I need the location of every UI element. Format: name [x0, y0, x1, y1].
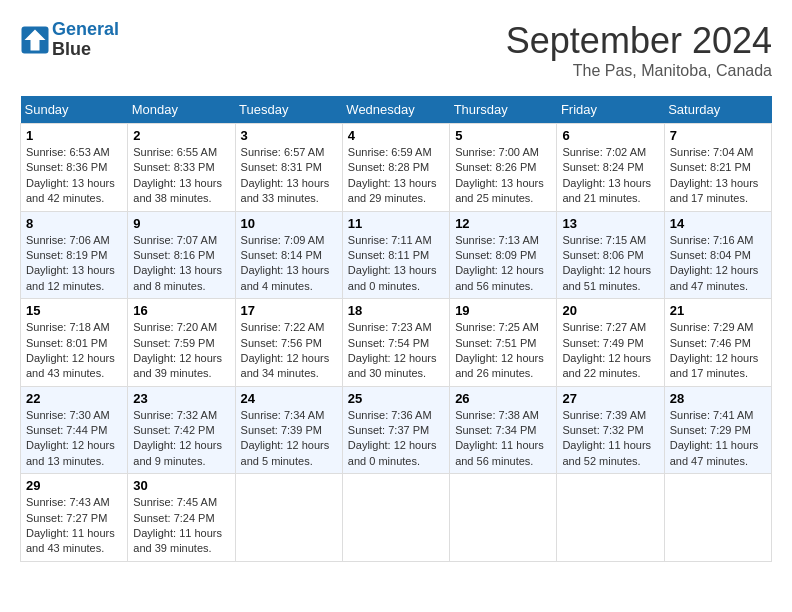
- calendar-cell: 20 Sunrise: 7:27 AMSunset: 7:49 PMDaylig…: [557, 299, 664, 387]
- calendar-cell: 12 Sunrise: 7:13 AMSunset: 8:09 PMDaylig…: [450, 211, 557, 299]
- calendar-cell: 27 Sunrise: 7:39 AMSunset: 7:32 PMDaylig…: [557, 386, 664, 474]
- calendar-cell: 5 Sunrise: 7:00 AMSunset: 8:26 PMDayligh…: [450, 124, 557, 212]
- cell-content: Sunrise: 7:04 AMSunset: 8:21 PMDaylight:…: [670, 146, 759, 204]
- cell-content: Sunrise: 7:45 AMSunset: 7:24 PMDaylight:…: [133, 496, 222, 554]
- calendar-cell: 8 Sunrise: 7:06 AMSunset: 8:19 PMDayligh…: [21, 211, 128, 299]
- header-sunday: Sunday: [21, 96, 128, 124]
- day-number: 16: [133, 303, 229, 318]
- calendar-cell: 18 Sunrise: 7:23 AMSunset: 7:54 PMDaylig…: [342, 299, 449, 387]
- cell-content: Sunrise: 7:18 AMSunset: 8:01 PMDaylight:…: [26, 321, 115, 379]
- cell-content: Sunrise: 7:38 AMSunset: 7:34 PMDaylight:…: [455, 409, 544, 467]
- cell-content: Sunrise: 7:34 AMSunset: 7:39 PMDaylight:…: [241, 409, 330, 467]
- calendar-cell: 19 Sunrise: 7:25 AMSunset: 7:51 PMDaylig…: [450, 299, 557, 387]
- cell-content: Sunrise: 7:36 AMSunset: 7:37 PMDaylight:…: [348, 409, 437, 467]
- cell-content: Sunrise: 7:13 AMSunset: 8:09 PMDaylight:…: [455, 234, 544, 292]
- day-number: 20: [562, 303, 658, 318]
- calendar-row-4: 22 Sunrise: 7:30 AMSunset: 7:44 PMDaylig…: [21, 386, 772, 474]
- cell-content: Sunrise: 7:09 AMSunset: 8:14 PMDaylight:…: [241, 234, 330, 292]
- calendar-row-1: 1 Sunrise: 6:53 AMSunset: 8:36 PMDayligh…: [21, 124, 772, 212]
- day-number: 11: [348, 216, 444, 231]
- cell-content: Sunrise: 7:43 AMSunset: 7:27 PMDaylight:…: [26, 496, 115, 554]
- calendar-row-3: 15 Sunrise: 7:18 AMSunset: 8:01 PMDaylig…: [21, 299, 772, 387]
- location: The Pas, Manitoba, Canada: [506, 62, 772, 80]
- header-wednesday: Wednesday: [342, 96, 449, 124]
- logo-text: General Blue: [52, 20, 119, 60]
- day-number: 24: [241, 391, 337, 406]
- day-number: 19: [455, 303, 551, 318]
- calendar-cell: 13 Sunrise: 7:15 AMSunset: 8:06 PMDaylig…: [557, 211, 664, 299]
- day-number: 5: [455, 128, 551, 143]
- header-monday: Monday: [128, 96, 235, 124]
- day-number: 25: [348, 391, 444, 406]
- day-number: 7: [670, 128, 766, 143]
- day-number: 9: [133, 216, 229, 231]
- calendar-cell: 11 Sunrise: 7:11 AMSunset: 8:11 PMDaylig…: [342, 211, 449, 299]
- cell-content: Sunrise: 7:27 AMSunset: 7:49 PMDaylight:…: [562, 321, 651, 379]
- cell-content: Sunrise: 6:53 AMSunset: 8:36 PMDaylight:…: [26, 146, 115, 204]
- day-number: 13: [562, 216, 658, 231]
- day-number: 26: [455, 391, 551, 406]
- header-friday: Friday: [557, 96, 664, 124]
- cell-content: Sunrise: 7:07 AMSunset: 8:16 PMDaylight:…: [133, 234, 222, 292]
- cell-content: Sunrise: 7:29 AMSunset: 7:46 PMDaylight:…: [670, 321, 759, 379]
- cell-content: Sunrise: 7:11 AMSunset: 8:11 PMDaylight:…: [348, 234, 437, 292]
- day-number: 29: [26, 478, 122, 493]
- cell-content: Sunrise: 7:02 AMSunset: 8:24 PMDaylight:…: [562, 146, 651, 204]
- calendar-cell: 10 Sunrise: 7:09 AMSunset: 8:14 PMDaylig…: [235, 211, 342, 299]
- day-number: 8: [26, 216, 122, 231]
- calendar-cell: 30 Sunrise: 7:45 AMSunset: 7:24 PMDaylig…: [128, 474, 235, 562]
- month-title: September 2024: [506, 20, 772, 62]
- calendar-cell: 22 Sunrise: 7:30 AMSunset: 7:44 PMDaylig…: [21, 386, 128, 474]
- header-tuesday: Tuesday: [235, 96, 342, 124]
- calendar-cell: 2 Sunrise: 6:55 AMSunset: 8:33 PMDayligh…: [128, 124, 235, 212]
- page-header: General Blue September 2024 The Pas, Man…: [20, 20, 772, 80]
- title-block: September 2024 The Pas, Manitoba, Canada: [506, 20, 772, 80]
- calendar-cell: 24 Sunrise: 7:34 AMSunset: 7:39 PMDaylig…: [235, 386, 342, 474]
- cell-content: Sunrise: 7:00 AMSunset: 8:26 PMDaylight:…: [455, 146, 544, 204]
- cell-content: Sunrise: 7:06 AMSunset: 8:19 PMDaylight:…: [26, 234, 115, 292]
- cell-content: Sunrise: 6:59 AMSunset: 8:28 PMDaylight:…: [348, 146, 437, 204]
- calendar-cell: 9 Sunrise: 7:07 AMSunset: 8:16 PMDayligh…: [128, 211, 235, 299]
- cell-content: Sunrise: 7:30 AMSunset: 7:44 PMDaylight:…: [26, 409, 115, 467]
- logo-line1: General: [52, 19, 119, 39]
- day-number: 22: [26, 391, 122, 406]
- calendar-cell: 3 Sunrise: 6:57 AMSunset: 8:31 PMDayligh…: [235, 124, 342, 212]
- calendar-cell: 23 Sunrise: 7:32 AMSunset: 7:42 PMDaylig…: [128, 386, 235, 474]
- header-thursday: Thursday: [450, 96, 557, 124]
- calendar-cell: 4 Sunrise: 6:59 AMSunset: 8:28 PMDayligh…: [342, 124, 449, 212]
- calendar-cell: 16 Sunrise: 7:20 AMSunset: 7:59 PMDaylig…: [128, 299, 235, 387]
- calendar-cell: 29 Sunrise: 7:43 AMSunset: 7:27 PMDaylig…: [21, 474, 128, 562]
- weekday-header-row: Sunday Monday Tuesday Wednesday Thursday…: [21, 96, 772, 124]
- calendar-cell: [342, 474, 449, 562]
- calendar-cell: 7 Sunrise: 7:04 AMSunset: 8:21 PMDayligh…: [664, 124, 771, 212]
- cell-content: Sunrise: 7:16 AMSunset: 8:04 PMDaylight:…: [670, 234, 759, 292]
- calendar-cell: [664, 474, 771, 562]
- calendar-cell: 28 Sunrise: 7:41 AMSunset: 7:29 PMDaylig…: [664, 386, 771, 474]
- cell-content: Sunrise: 7:39 AMSunset: 7:32 PMDaylight:…: [562, 409, 651, 467]
- day-number: 3: [241, 128, 337, 143]
- cell-content: Sunrise: 7:23 AMSunset: 7:54 PMDaylight:…: [348, 321, 437, 379]
- day-number: 21: [670, 303, 766, 318]
- logo: General Blue: [20, 20, 119, 60]
- calendar-cell: 14 Sunrise: 7:16 AMSunset: 8:04 PMDaylig…: [664, 211, 771, 299]
- calendar-cell: [557, 474, 664, 562]
- logo-line2: Blue: [52, 40, 119, 60]
- day-number: 6: [562, 128, 658, 143]
- day-number: 15: [26, 303, 122, 318]
- cell-content: Sunrise: 6:57 AMSunset: 8:31 PMDaylight:…: [241, 146, 330, 204]
- calendar-cell: 1 Sunrise: 6:53 AMSunset: 8:36 PMDayligh…: [21, 124, 128, 212]
- day-number: 10: [241, 216, 337, 231]
- logo-icon: [20, 25, 50, 55]
- day-number: 14: [670, 216, 766, 231]
- calendar-cell: 17 Sunrise: 7:22 AMSunset: 7:56 PMDaylig…: [235, 299, 342, 387]
- calendar-cell: 15 Sunrise: 7:18 AMSunset: 8:01 PMDaylig…: [21, 299, 128, 387]
- calendar-cell: 25 Sunrise: 7:36 AMSunset: 7:37 PMDaylig…: [342, 386, 449, 474]
- cell-content: Sunrise: 7:15 AMSunset: 8:06 PMDaylight:…: [562, 234, 651, 292]
- cell-content: Sunrise: 7:20 AMSunset: 7:59 PMDaylight:…: [133, 321, 222, 379]
- day-number: 1: [26, 128, 122, 143]
- cell-content: Sunrise: 6:55 AMSunset: 8:33 PMDaylight:…: [133, 146, 222, 204]
- cell-content: Sunrise: 7:32 AMSunset: 7:42 PMDaylight:…: [133, 409, 222, 467]
- calendar-cell: [450, 474, 557, 562]
- cell-content: Sunrise: 7:25 AMSunset: 7:51 PMDaylight:…: [455, 321, 544, 379]
- day-number: 27: [562, 391, 658, 406]
